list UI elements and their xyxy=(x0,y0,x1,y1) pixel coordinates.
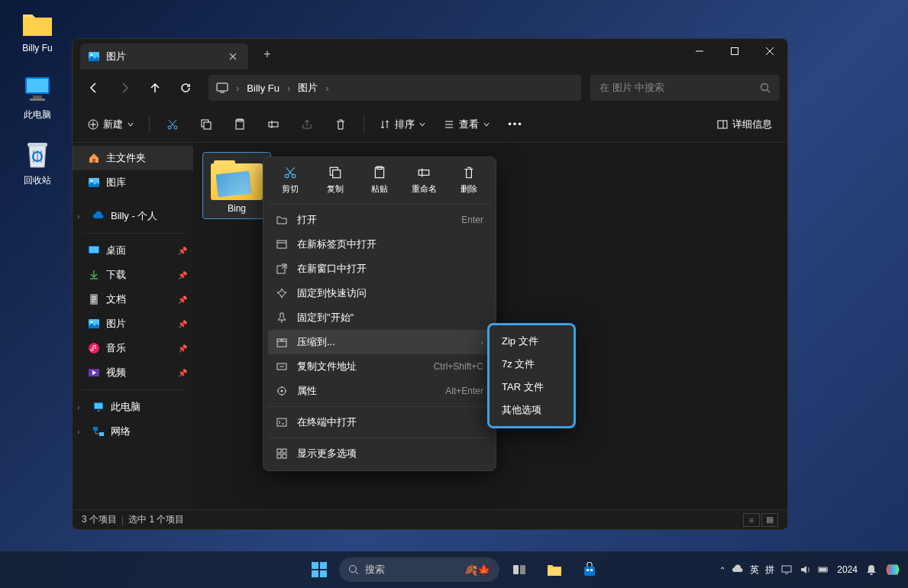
cloud-icon[interactable] xyxy=(732,564,744,576)
svg-rect-49 xyxy=(277,449,281,453)
volume-icon[interactable] xyxy=(799,564,811,576)
ctx-copy-path[interactable]: 复制文件地址 Ctrl+Shift+C xyxy=(268,354,491,379)
minimize-button[interactable] xyxy=(682,39,717,63)
sidebar-item-downloads[interactable]: 下载 📌 xyxy=(73,263,193,287)
ellipsis-icon: ••• xyxy=(508,118,523,130)
arrow-right-icon xyxy=(118,82,131,94)
maximize-button[interactable] xyxy=(717,39,752,63)
folder-item-bing[interactable]: Bing xyxy=(202,152,271,219)
share-button[interactable] xyxy=(292,111,322,138)
ctx-rename-button[interactable]: 重命名 xyxy=(403,165,444,195)
details-button[interactable]: 详细信息 xyxy=(709,111,780,138)
pin-icon xyxy=(276,312,288,324)
sidebar-item-onedrive[interactable]: › Billy - 个人 xyxy=(73,204,193,228)
submenu-7z[interactable]: 7z 文件 xyxy=(494,353,569,376)
svg-rect-31 xyxy=(95,403,102,409)
sidebar-item-thispc[interactable]: › 此电脑 xyxy=(73,395,193,419)
trash-icon xyxy=(461,165,477,180)
rename-button[interactable] xyxy=(258,111,289,138)
submenu-zip[interactable]: Zip 文件 xyxy=(494,330,569,353)
ctx-paste-button[interactable]: 粘贴 xyxy=(359,165,400,195)
battery-icon[interactable] xyxy=(817,564,829,576)
search-input[interactable]: 在 图片 中搜索 xyxy=(590,75,780,101)
back-button[interactable] xyxy=(80,74,108,102)
submenu-tar[interactable]: TAR 文件 xyxy=(494,376,569,399)
wifi-icon[interactable] xyxy=(780,564,793,576)
sidebar-item-network[interactable]: › 网络 xyxy=(73,419,193,444)
delete-button[interactable] xyxy=(325,111,356,138)
sort-button[interactable]: 排序 xyxy=(372,111,433,138)
pin-icon: 📌 xyxy=(178,296,187,304)
address-bar[interactable]: › Billy Fu › 图片 › xyxy=(208,75,581,101)
ctx-show-more[interactable]: 显示更多选项 xyxy=(268,441,491,466)
paste-icon xyxy=(234,118,246,131)
sidebar: 主文件夹 图库 › Billy - 个人 桌面 📌 下载 📌 xyxy=(73,143,193,509)
ctx-copy-button[interactable]: 复制 xyxy=(315,165,356,195)
sidebar-item-videos[interactable]: 视频 📌 xyxy=(73,360,193,385)
search-decoration-icon: 🍂🍁 xyxy=(464,564,490,576)
desktop-icon-label: 回收站 xyxy=(24,174,51,187)
ctx-pin-start[interactable]: 固定到"开始" xyxy=(268,305,491,330)
sidebar-item-pictures[interactable]: 图片 📌 xyxy=(73,312,193,336)
image-icon xyxy=(88,318,100,330)
copy-button[interactable] xyxy=(191,111,221,138)
new-tab-button[interactable]: + xyxy=(256,43,279,66)
paste-button[interactable] xyxy=(225,111,255,138)
view-grid-button[interactable]: ▦ xyxy=(761,513,778,527)
notification-icon[interactable] xyxy=(865,564,877,576)
ime-language[interactable]: 英 xyxy=(750,564,759,577)
breadcrumb-folder[interactable]: 图片 xyxy=(298,81,318,95)
desktop-icon-this-pc[interactable]: 此电脑 xyxy=(11,73,64,121)
svg-rect-56 xyxy=(320,570,327,577)
start-button[interactable] xyxy=(304,554,334,585)
breadcrumb-user[interactable]: Billy Fu xyxy=(247,82,280,94)
ctx-delete-button[interactable]: 删除 xyxy=(448,165,490,195)
chevron-right-icon: › xyxy=(77,212,86,221)
ctx-open-newtab[interactable]: 在新标签页中打开 xyxy=(268,232,491,257)
tab-close-button[interactable] xyxy=(225,49,241,64)
clock-year[interactable]: 2024 xyxy=(837,564,858,575)
svg-rect-15 xyxy=(204,122,211,129)
more-button[interactable]: ••• xyxy=(500,111,531,138)
ctx-pin-quick[interactable]: 固定到快速访问 xyxy=(268,281,491,305)
desktop-icon-user-folder[interactable]: Billy Fu xyxy=(11,8,64,53)
desktop-icon-recycle-bin[interactable]: 回收站 xyxy=(11,139,64,187)
ctx-cut-button[interactable]: 剪切 xyxy=(270,165,311,195)
sidebar-item-documents[interactable]: 文档 📌 xyxy=(73,287,193,312)
task-view-button[interactable] xyxy=(504,554,535,585)
up-button[interactable] xyxy=(141,74,169,102)
context-menu: 剪切 复制 粘贴 重命名 删除 打开 Enter 在新标签页中打开 在新窗口中打… xyxy=(263,157,496,471)
tray-chevron-up-icon[interactable]: ⌃ xyxy=(719,566,725,574)
copilot-icon[interactable] xyxy=(885,564,900,576)
ctx-open[interactable]: 打开 Enter xyxy=(268,208,491,232)
paste-icon xyxy=(372,165,387,180)
svg-rect-1 xyxy=(27,79,48,92)
cut-button[interactable] xyxy=(157,111,188,138)
taskbar-search[interactable]: 搜索 🍂🍁 xyxy=(339,557,499,582)
submenu-other[interactable]: 其他选项 xyxy=(494,399,569,422)
sidebar-item-home[interactable]: 主文件夹 xyxy=(73,146,193,170)
pin-icon: 📌 xyxy=(178,369,187,377)
ctx-properties[interactable]: 属性 Alt+Enter xyxy=(268,379,491,403)
sidebar-item-gallery[interactable]: 图库 xyxy=(73,170,193,195)
network-icon xyxy=(92,425,105,438)
ctx-compress[interactable]: 压缩到... › xyxy=(268,330,491,354)
forward-button[interactable] xyxy=(111,74,138,102)
sidebar-item-music[interactable]: 音乐 📌 xyxy=(73,336,193,360)
tab-pictures[interactable]: 图片 xyxy=(80,44,248,69)
refresh-button[interactable] xyxy=(172,74,199,102)
view-button[interactable]: 查看 xyxy=(436,111,497,138)
sidebar-item-label: 桌面 xyxy=(106,244,126,257)
view-list-button[interactable]: ≡ xyxy=(743,513,760,527)
ime-mode[interactable]: 拼 xyxy=(765,564,774,577)
ctx-terminal[interactable]: 在终端中打开 xyxy=(268,410,491,435)
new-button[interactable]: 新建 xyxy=(80,111,141,138)
sidebar-item-desktop[interactable]: 桌面 📌 xyxy=(73,238,193,263)
taskbar-store[interactable] xyxy=(574,554,605,585)
pin-icon xyxy=(276,287,288,299)
close-button[interactable] xyxy=(752,39,787,63)
svg-rect-66 xyxy=(827,569,828,570)
svg-point-35 xyxy=(285,174,289,178)
ctx-open-newwindow[interactable]: 在新窗口中打开 xyxy=(268,257,491,281)
taskbar-explorer[interactable] xyxy=(539,554,570,585)
